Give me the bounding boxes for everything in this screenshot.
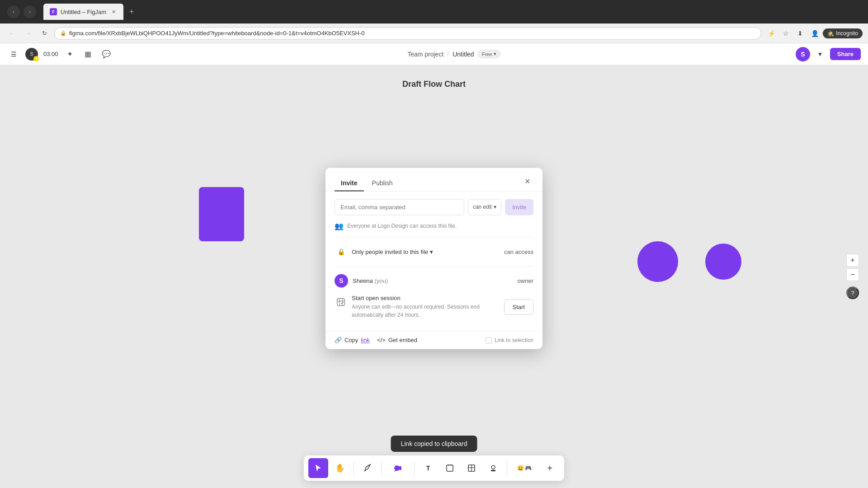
modal-tab-bar: Invite Publish ✕ xyxy=(326,168,542,192)
browser-chrome: ‹ › F Untitled – FigJam ✕ + xyxy=(0,0,868,23)
modal-close-btn[interactable]: ✕ xyxy=(521,175,533,188)
lock-dropdown-icon: ▾ xyxy=(430,249,433,255)
copy-link-prefix: Copy xyxy=(344,337,358,343)
window-forward-btn[interactable]: › xyxy=(24,5,36,18)
lock-label-text: Only people invited to this file xyxy=(352,249,428,255)
ai-btn[interactable]: ✦ xyxy=(64,48,76,61)
can-edit-chevron: ▾ xyxy=(494,204,496,210)
link-selection-checkbox[interactable] xyxy=(486,337,492,343)
download-btn[interactable]: ⬇ xyxy=(794,27,807,40)
profile-btn[interactable]: 👤 xyxy=(808,27,821,40)
window-back-btn[interactable]: ‹ xyxy=(7,5,20,18)
divider-2 xyxy=(335,266,533,267)
canvas-area: Draft Flow Chart + − ? ✋ xyxy=(0,65,868,488)
email-input[interactable] xyxy=(335,199,464,215)
session-title: Start open session xyxy=(352,295,500,301)
project-name: Team project xyxy=(407,51,443,58)
get-embed-label: Get embed xyxy=(388,337,417,343)
avatar-letter: S xyxy=(30,52,33,56)
lock-icon: 🔒 xyxy=(335,245,347,258)
refresh-btn[interactable]: ↻ xyxy=(38,27,51,40)
user-role: owner xyxy=(518,277,533,284)
sheena-avatar: S xyxy=(335,274,348,287)
bookmark-btn[interactable]: ☆ xyxy=(779,27,792,40)
copy-link-highlight: link xyxy=(361,337,370,343)
toast-notification: Link copied to clipboard xyxy=(391,436,477,452)
divider-1 xyxy=(335,237,533,237)
you-tag: (you) xyxy=(374,277,388,284)
link-selection-label: Link to selection xyxy=(495,337,533,343)
tab-close-btn[interactable]: ✕ xyxy=(110,8,117,15)
access-row: 🔒 Only people invited to this file ▾ can… xyxy=(335,242,533,262)
tab-favicon: F xyxy=(50,8,57,15)
incognito-btn[interactable]: 🕵 Incognito xyxy=(823,28,863,38)
toolbar-center: Team project / Untitled Free ▾ xyxy=(118,50,790,58)
session-icon xyxy=(335,296,347,308)
modal-body: can edit ▾ Invite 👥 Everyone at Logo Des… xyxy=(326,192,542,331)
people-icon: 👥 xyxy=(335,221,344,230)
start-session-btn[interactable]: Start xyxy=(504,299,533,314)
access-notice: 👥 Everyone at Logo Design can access thi… xyxy=(335,221,533,230)
share-button[interactable]: Share xyxy=(830,48,861,60)
get-embed-btn[interactable]: </> Get embed xyxy=(377,337,417,343)
user-row: S Sheena (you) owner xyxy=(335,271,533,290)
user-name-text: Sheena xyxy=(353,277,373,284)
user-s-avatar: S xyxy=(796,47,810,61)
tab-title: Untitled – FigJam xyxy=(61,9,106,15)
toolbar-right: S ▾ Share xyxy=(796,47,861,61)
invite-modal: Invite Publish ✕ can edit ▾ Invite 👥 xyxy=(326,168,542,349)
user-avatar: S ★ xyxy=(25,48,38,61)
extensions-btn[interactable]: ⚡ xyxy=(765,27,778,40)
new-tab-btn[interactable]: + xyxy=(125,5,138,18)
link-icon: 🔗 xyxy=(335,337,342,343)
session-row: Start open session Anyone can edit—no ac… xyxy=(335,290,533,324)
hamburger-menu-btn[interactable]: ☰ xyxy=(7,48,20,61)
access-label: Only people invited to this file ▾ xyxy=(352,249,500,255)
back-btn[interactable]: ← xyxy=(5,27,18,40)
timer-display: 03:00 xyxy=(43,51,58,57)
address-text: figma.com/file/XRxbBjeWLbiQHPOO41JyWm/Un… xyxy=(69,30,755,37)
can-access-label: can access xyxy=(504,249,533,255)
forward-btn[interactable]: → xyxy=(22,27,34,40)
invite-row: can edit ▾ Invite xyxy=(335,199,533,215)
invite-submit-btn[interactable]: Invite xyxy=(505,199,533,215)
embed-icon: </> xyxy=(377,337,386,343)
avatar-dropdown-btn[interactable]: ▾ xyxy=(814,48,826,61)
link-to-selection: Link to selection xyxy=(486,337,533,343)
breadcrumb-separator: / xyxy=(447,51,449,58)
active-tab[interactable]: F Untitled – FigJam ✕ xyxy=(43,4,123,20)
can-edit-label: can edit xyxy=(473,204,492,210)
tab-publish[interactable]: Publish xyxy=(366,176,399,191)
user-name: Sheena (you) xyxy=(353,277,388,284)
session-desc: Anyone can edit—no account required. Ses… xyxy=(352,303,500,319)
address-bar-row: ← → ↻ 🔒 figma.com/file/XRxbBjeWLbiQHPOO4… xyxy=(0,23,868,43)
free-label: Free xyxy=(482,52,492,57)
toolbar-left: ☰ S ★ 03:00 ✦ ▦ 💬 xyxy=(7,48,113,61)
window-controls: ‹ › xyxy=(7,5,36,18)
incognito-label: Incognito xyxy=(836,30,858,37)
avatar-badge: ★ xyxy=(33,56,39,61)
layout-btn[interactable]: ▦ xyxy=(82,48,94,61)
incognito-icon: 🕵 xyxy=(827,30,834,37)
copy-link-btn[interactable]: 🔗 Copy link xyxy=(335,337,370,343)
tab-bar: F Untitled – FigJam ✕ + xyxy=(43,4,138,20)
can-edit-dropdown[interactable]: can edit ▾ xyxy=(468,199,501,215)
address-bar[interactable]: 🔒 figma.com/file/XRxbBjeWLbiQHPOO41JyWm/… xyxy=(54,27,761,40)
app-toolbar: ☰ S ★ 03:00 ✦ ▦ 💬 Team project / Untitle… xyxy=(0,43,868,65)
access-notice-text: Everyone at Logo Design can access this … xyxy=(347,223,457,229)
file-name: Untitled xyxy=(453,51,474,58)
session-info: Start open session Anyone can edit—no ac… xyxy=(352,295,500,319)
chevron-down-icon: ▾ xyxy=(494,51,496,57)
browser-actions: ⚡ ☆ ⬇ 👤 🕵 Incognito xyxy=(765,27,863,40)
modal-footer: 🔗 Copy link </> Get embed Link to select… xyxy=(326,331,542,349)
tab-invite[interactable]: Invite xyxy=(335,176,364,191)
chat-btn[interactable]: 💬 xyxy=(100,48,113,61)
modal-overlay: Invite Publish ✕ can edit ▾ Invite 👥 xyxy=(0,65,868,488)
free-badge[interactable]: Free ▾ xyxy=(478,50,501,58)
toast-message: Link copied to clipboard xyxy=(401,440,467,447)
lock-icon: 🔒 xyxy=(60,30,66,36)
